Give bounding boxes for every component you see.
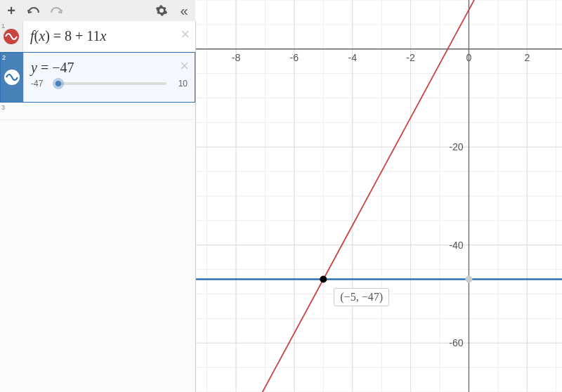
y-tick-label: -60 [449, 337, 463, 348]
expression-input[interactable]: y = −47 [24, 53, 195, 77]
x-tick-label: -6 [290, 52, 299, 63]
expression-input[interactable]: f(x) = 8 + 11x [23, 21, 195, 50]
undo-icon [27, 6, 40, 15]
gear-icon [155, 4, 168, 17]
add-expression-button[interactable]: + [3, 2, 20, 19]
close-icon[interactable]: × [180, 57, 189, 75]
x-tick-label: -2 [406, 52, 414, 63]
x-tick-label: 2 [524, 52, 530, 63]
svg-point-42 [320, 276, 327, 283]
expression-list: 1 f(x) = 8 + 11x × 2 y = −47 -47 [0, 21, 196, 392]
x-tick-label: -8 [232, 52, 240, 63]
expression-row[interactable]: 2 y = −47 -47 10 × [0, 52, 195, 103]
undo-button[interactable] [25, 2, 42, 19]
slider-thumb[interactable] [55, 81, 61, 86]
wave-icon [4, 29, 19, 44]
collapse-panel-button[interactable]: « [176, 2, 192, 19]
redo-icon [50, 6, 63, 15]
svg-point-43 [465, 276, 472, 283]
expression-row-empty[interactable]: 3 [0, 103, 195, 120]
row-index: 2 [2, 54, 6, 61]
row-index: 1 [1, 22, 5, 30]
row-index: 3 [1, 104, 5, 111]
slider-min[interactable]: -47 [31, 79, 51, 89]
variable-slider[interactable]: -47 10 [24, 77, 195, 96]
redo-button[interactable] [48, 2, 65, 19]
expression-row[interactable]: 1 f(x) = 8 + 11x × [0, 21, 195, 53]
wave-icon [4, 70, 20, 85]
graph-canvas [195, 0, 562, 392]
slider-max[interactable]: 10 [171, 79, 188, 89]
slider-track[interactable] [55, 82, 166, 85]
graph-area[interactable]: -8-6-4-202-20-40-60 (−5, −47) [195, 0, 562, 392]
x-tick-label: -4 [348, 52, 356, 63]
y-tick-label: -20 [449, 141, 463, 152]
close-icon[interactable]: × [181, 25, 190, 44]
y-tick-label: -40 [449, 240, 463, 251]
point-label: (−5, −47) [334, 288, 389, 306]
settings-button[interactable] [153, 2, 170, 19]
top-toolbar: + « [0, 0, 195, 22]
x-tick-label: 0 [466, 52, 472, 63]
